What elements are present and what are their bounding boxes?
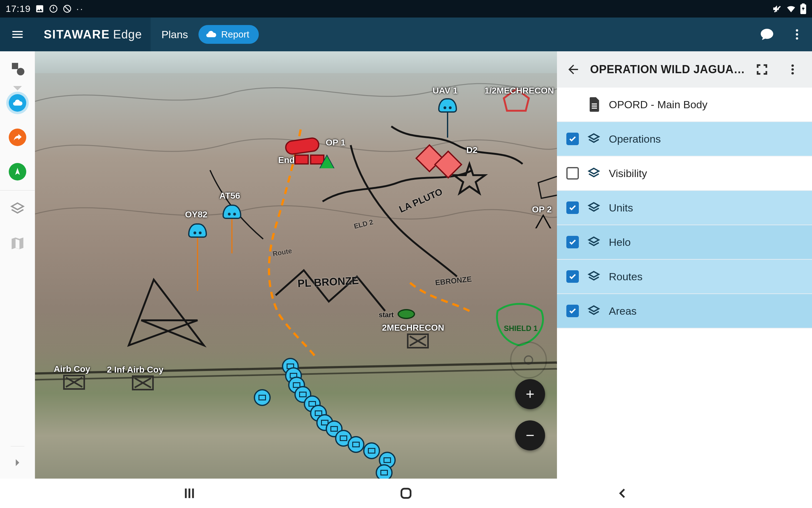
- symbol-friendly-node[interactable]: [347, 436, 365, 453]
- recents-icon: [182, 486, 197, 501]
- map-viewport[interactable]: OP 1 End UAV 1 1/2MECHRECON D2 AT56 OY82…: [35, 51, 557, 478]
- label-mech12: 1/2MECHRECON: [484, 86, 554, 96]
- toolbar-expand-button[interactable]: [11, 446, 25, 478]
- label-op1: OP 1: [326, 138, 345, 147]
- zoom-in-button[interactable]: [515, 379, 545, 409]
- plans-link[interactable]: Plans: [151, 29, 198, 41]
- layer-row[interactable]: Areas: [557, 294, 812, 329]
- more-vert-icon: [790, 28, 804, 41]
- label-start: start: [379, 311, 394, 319]
- leader-line: [447, 113, 448, 138]
- android-home-button[interactable]: [393, 484, 419, 503]
- layer-label: Routes: [609, 270, 642, 283]
- layer-label: Visibility: [609, 167, 647, 179]
- layer-label: Areas: [609, 305, 637, 317]
- label-2mechrecon: 2MECHRECON: [382, 323, 444, 333]
- android-nav-bar: [0, 478, 812, 508]
- svg-rect-3: [802, 3, 805, 5]
- layers-panel: OPERATION WILD JAGUAR … OPORD - Main Bod…: [557, 51, 812, 478]
- cloud-fill-icon: [12, 97, 23, 108]
- android-recents-button[interactable]: [177, 484, 202, 503]
- header-overflow-button[interactable]: [782, 19, 812, 49]
- symbol-friendly-node[interactable]: [254, 389, 271, 406]
- layers-icon: [587, 132, 601, 146]
- report-label: Report: [221, 29, 249, 40]
- tool-map-button[interactable]: [0, 226, 35, 261]
- label-shield1: SHIELD 1: [504, 324, 537, 333]
- terrain-overlay: [35, 51, 557, 478]
- more-vert-icon: [786, 63, 799, 76]
- svg-rect-11: [401, 489, 411, 498]
- svg-point-7: [17, 68, 25, 75]
- status-time: 17:19: [6, 3, 31, 14]
- mute-icon: [772, 4, 782, 14]
- layer-label: Helo: [609, 236, 631, 248]
- fullscreen-icon: [755, 63, 769, 76]
- layers-icon: [587, 304, 601, 318]
- panel-back-button[interactable]: [560, 56, 587, 83]
- layer-checkbox[interactable]: [566, 305, 579, 317]
- tool-nav-button[interactable]: [0, 155, 35, 189]
- zoom-out-button[interactable]: [515, 420, 545, 451]
- alert-icon: [49, 4, 58, 13]
- arrow-left-icon: [566, 62, 580, 77]
- layer-checkbox[interactable]: [566, 270, 579, 283]
- panel-header: OPERATION WILD JAGUAR …: [557, 51, 812, 88]
- brand-strong: SITAWARE: [44, 28, 110, 41]
- brand-light: Edge: [113, 28, 142, 41]
- label-oy82: OY82: [185, 210, 207, 220]
- svg-point-4: [796, 30, 798, 32]
- map-fold-icon: [10, 236, 25, 251]
- label-at56: AT56: [220, 191, 240, 201]
- left-toolbar: [0, 51, 35, 478]
- menu-button[interactable]: [0, 17, 35, 51]
- report-button[interactable]: Report: [198, 25, 258, 44]
- app-header: SITAWARE Edge Plans Report: [0, 17, 812, 51]
- symbol-friendly-node[interactable]: [376, 464, 392, 478]
- panel-overflow-button[interactable]: [779, 56, 806, 83]
- symbol-infairb-unit[interactable]: [132, 375, 154, 390]
- symbol-start-ellipse[interactable]: [397, 309, 415, 319]
- compass-up-icon: [13, 167, 22, 176]
- panel-fullscreen-button[interactable]: [748, 56, 776, 83]
- layer-row[interactable]: Visibility: [557, 157, 812, 191]
- label-airbcoy: Airb Coy: [54, 364, 90, 374]
- symbol-friendly-node[interactable]: [363, 442, 380, 459]
- layer-row[interactable]: Helo: [557, 225, 812, 260]
- symbol-op1-triangle-fill: [320, 156, 334, 168]
- chevron-left-icon: [616, 486, 629, 500]
- cloud-icon: [205, 29, 217, 40]
- hamburger-icon: [11, 28, 25, 41]
- symbol-hostile-box[interactable]: [294, 155, 309, 165]
- tool-share-button[interactable]: [0, 120, 35, 155]
- layers-icon: [587, 166, 601, 180]
- leader-line: [231, 219, 233, 253]
- chat-button[interactable]: [752, 19, 782, 49]
- android-back-button[interactable]: [610, 484, 635, 503]
- symbol-2mechrecon-unit[interactable]: [407, 333, 429, 348]
- plus-icon: [524, 388, 536, 400]
- layer-row[interactable]: Routes: [557, 260, 812, 294]
- layer-checkbox[interactable]: [566, 167, 579, 179]
- tool-shape-button[interactable]: [0, 51, 35, 86]
- chevron-right-icon: [11, 456, 25, 469]
- label-end: End: [278, 155, 295, 165]
- symbol-airbcoy-unit[interactable]: [63, 375, 85, 390]
- layer-row[interactable]: Units: [557, 191, 812, 225]
- tool-layers-button[interactable]: [0, 192, 35, 226]
- layer-row[interactable]: Operations: [557, 122, 812, 157]
- layer-checkbox[interactable]: [566, 133, 579, 145]
- layer-checkbox[interactable]: [566, 202, 579, 214]
- svg-point-6: [796, 37, 798, 39]
- symbol-op2-triangle[interactable]: [535, 214, 551, 228]
- layers-icon: [587, 201, 601, 215]
- svg-point-5: [796, 33, 798, 35]
- map-orient-button[interactable]: [510, 342, 547, 379]
- layer-checkbox[interactable]: [566, 236, 579, 248]
- battery-charging-icon: [800, 3, 806, 14]
- panel-doc-label: OPORD - Main Body: [609, 98, 708, 111]
- panel-doc-row[interactable]: OPORD - Main Body: [557, 88, 812, 122]
- status-dots: ··: [76, 3, 84, 14]
- tool-cloud-button[interactable]: [0, 86, 35, 120]
- share-arrow-icon: [12, 132, 22, 142]
